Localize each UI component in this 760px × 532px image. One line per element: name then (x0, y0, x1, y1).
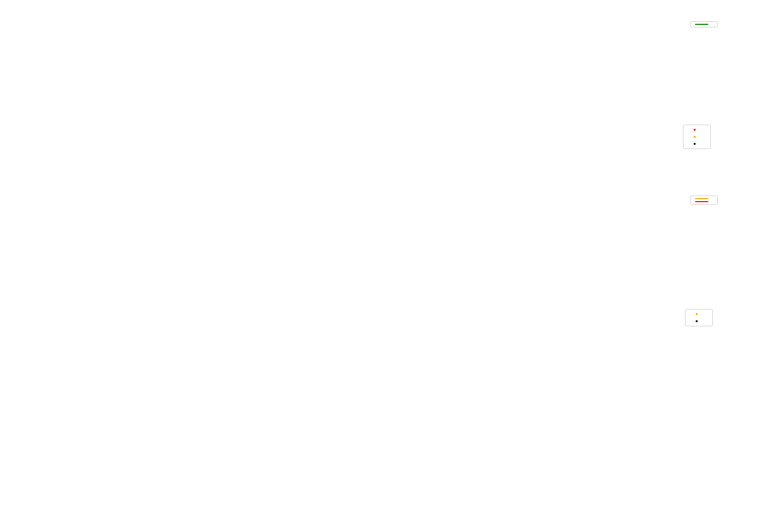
red-dot-swatch (688, 127, 701, 132)
plot-canvas (0, 0, 760, 532)
black-dot-swatch (688, 141, 701, 146)
legend-item-not-ok (688, 127, 706, 132)
legend-item-ok (688, 141, 706, 146)
legend-item-mag (695, 201, 713, 202)
orange-dot-swatch (690, 312, 703, 317)
legend-item-mag-obsid (695, 198, 713, 199)
legend-item-mag-agasc (695, 24, 713, 25)
legend-item-ok (690, 319, 708, 324)
orange-line-swatch (695, 198, 708, 199)
red-line-swatch (695, 201, 708, 202)
legend-item-highlighted (690, 312, 708, 317)
legend-item-highlighted (688, 134, 706, 139)
legend-top-markers (683, 125, 711, 149)
black-dot-swatch (690, 319, 703, 324)
legend-mag-lines (690, 196, 718, 205)
figure (0, 0, 760, 532)
orange-dot-swatch (688, 134, 701, 139)
legend-mag-agasc (690, 21, 718, 27)
green-line-swatch (695, 24, 708, 25)
legend-middle-markers (685, 309, 713, 326)
